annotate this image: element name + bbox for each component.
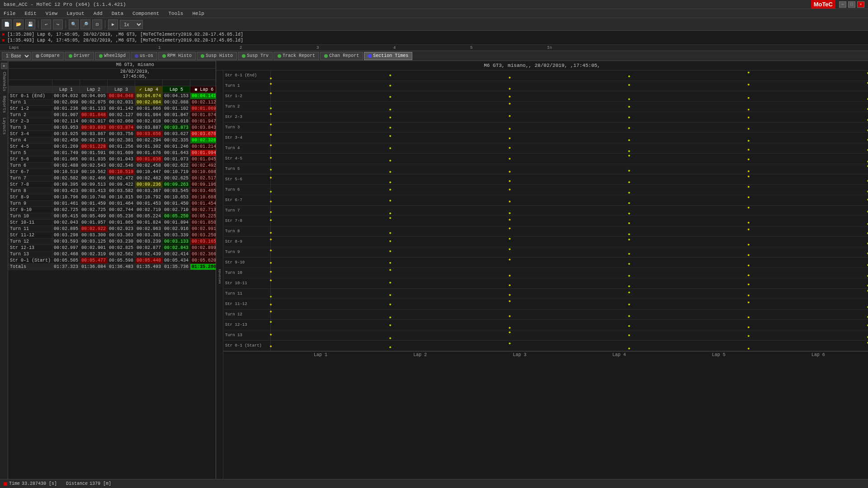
chart-section-label: Str 4-5	[223, 154, 271, 164]
svg-point-158	[509, 343, 510, 344]
time-value: 33.287430 [s]	[22, 481, 57, 486]
table-row: Str 1-200:01.23600:01.13300:01.14200:01.…	[9, 106, 217, 112]
svg-point-74	[509, 201, 510, 202]
tab-rpmhisto[interactable]: RPM Histo	[158, 52, 196, 60]
lap5-value: 00:10.719	[163, 169, 190, 175]
new-button[interactable]: 📄	[2, 19, 12, 29]
svg-point-9	[628, 84, 630, 86]
sidebar-channels-label[interactable]: Channels	[2, 72, 6, 91]
chart-section-label: Turn 8	[223, 226, 271, 236]
lap4-value: 00:02.877	[135, 245, 163, 251]
section-name: Str 6-7	[9, 169, 52, 175]
lap2-value: 00:02.075	[80, 99, 108, 106]
tab-susphistо[interactable]: Susp Histo	[197, 52, 237, 60]
chart-row: Turn 3	[223, 122, 868, 133]
lap5-value: 00:02.916	[163, 226, 190, 232]
lap6-value: 00:02.492	[190, 163, 216, 169]
section-name: Turn 2	[9, 112, 52, 118]
section-name: Turn 10	[9, 213, 52, 220]
timeline[interactable]: Laps 1 2 3 4 5 In	[0, 45, 868, 51]
svg-point-98	[509, 238, 510, 239]
tabs-bar: 1: Base Compare Driver WheelSpd us-os RP…	[0, 51, 868, 61]
lap5-value: 00:03.545	[163, 188, 190, 194]
lap6-value: 00:01.874	[190, 112, 216, 118]
sidebar-layouts-label[interactable]: Layouts	[2, 117, 6, 135]
chart-row-data	[271, 216, 868, 226]
close-button[interactable]: ✕	[857, 1, 864, 8]
chart-row-data	[271, 102, 868, 112]
svg-point-28	[748, 117, 750, 118]
table-row: Str 6-700:10.51900:10.56200:10.51900:10.…	[9, 169, 217, 175]
table-row: Turn 900:01.46100:01.45900:01.46400:01.4…	[9, 201, 217, 207]
table-row: Turn 500:01.74900:01.59100:01.60900:01.6…	[9, 150, 217, 156]
tab-usos[interactable]: us-os	[131, 52, 157, 60]
lap1-value: 00:01.236	[52, 106, 80, 112]
lap-axis-lap6: Lap 6	[811, 352, 825, 357]
svg-point-26	[509, 115, 510, 117]
tab-trackreport[interactable]: Track Report	[274, 52, 319, 60]
distance-value: 1379 [m]	[90, 481, 111, 486]
svg-point-115	[389, 269, 391, 271]
title-bar: base_ACC - MoTeC i2 Pro (x64) (1.1.4.421…	[0, 0, 868, 9]
menu-component[interactable]: Component	[131, 11, 161, 16]
open-button[interactable]: 📂	[14, 19, 24, 29]
table-row: Str 11-1200:03.29800:03.30000:03.36300:0…	[9, 232, 217, 239]
lap3-value: 00:02.825	[108, 245, 135, 251]
play-button[interactable]: ▶	[108, 19, 118, 29]
save-button[interactable]: 💾	[25, 19, 35, 29]
zoom-out-button[interactable]: 🔎	[80, 19, 90, 29]
tab-chanreport[interactable]: Chan Report	[320, 52, 363, 60]
lap4-value: 00:02.018	[135, 118, 163, 125]
chart-row-data	[271, 299, 868, 309]
svg-point-128	[509, 294, 510, 296]
minimize-button[interactable]: —	[839, 1, 846, 8]
menu-add[interactable]: Add	[92, 11, 104, 16]
menu-tools[interactable]: Tools	[166, 11, 185, 16]
tab-susptrv[interactable]: Susp Trv	[238, 52, 273, 60]
svg-point-69	[628, 192, 630, 194]
chart-section-label: Str 7-8	[223, 216, 271, 226]
timeline-label: Laps	[9, 46, 19, 50]
menu-data[interactable]: Data	[110, 11, 125, 16]
svg-point-114	[270, 271, 272, 272]
tab-compare[interactable]: Compare	[32, 52, 64, 60]
svg-point-139	[389, 317, 391, 319]
sidebar-btn1[interactable]: ⚙	[1, 63, 7, 69]
chart-row: Turn 13	[223, 330, 868, 341]
lap2-value: 00:05.499	[80, 213, 108, 220]
zoom-in-button[interactable]: 🔍	[69, 19, 79, 29]
chart-row-data	[271, 185, 868, 195]
svg-point-62	[509, 180, 510, 182]
section-name: Turn 13	[9, 251, 52, 258]
fit-button[interactable]: ⊡	[92, 19, 102, 29]
col-header-lap5: Lap 5	[163, 86, 190, 93]
section-times-table-area: M6 GT3, misano 28/02/2019, 17:45:05,	[8, 61, 216, 488]
menu-file[interactable]: File	[2, 11, 17, 16]
undo-button[interactable]: ↩	[41, 19, 51, 29]
lap4-value: 00:03.301	[135, 232, 163, 239]
svg-point-30	[270, 123, 272, 125]
chart-section-label: Turn 11	[223, 289, 271, 299]
lap6-value: 00:09.196	[190, 182, 216, 188]
menu-view[interactable]: View	[44, 11, 59, 16]
menu-edit[interactable]: Edit	[23, 11, 38, 16]
speed-dropdown[interactable]: 1x 2x 0.5x	[120, 20, 143, 29]
lap-axis: Lap 1 Lap 2 Lap 3 Lap 4 Lap 5 Lap 6	[223, 351, 868, 357]
tab-wheelspd[interactable]: WheelSpd	[95, 52, 130, 60]
maximize-button[interactable]: □	[848, 1, 855, 8]
base-selector[interactable]: 1: Base	[2, 52, 31, 60]
svg-point-141	[628, 315, 630, 317]
sidebar-reports-label[interactable]: Reports	[2, 96, 6, 113]
tab-sectiontimes[interactable]: Section Times	[364, 52, 412, 60]
tab-driver[interactable]: Driver	[65, 52, 94, 60]
section-name: Turn 4	[9, 137, 52, 144]
menu-layout[interactable]: Layout	[65, 11, 86, 16]
window-title: base_ACC - MoTeC i2 Pro (x64) (1.1.4.421…	[4, 2, 126, 7]
section-name: Str 1-2	[9, 106, 52, 112]
chart-row: Str 0-1 (Start)	[223, 341, 868, 351]
svg-point-75	[628, 202, 630, 204]
lap6-value: 00:02.112	[190, 99, 216, 106]
menu-help[interactable]: Help	[190, 11, 206, 16]
redo-button[interactable]: ↪	[53, 19, 63, 29]
svg-point-54	[270, 169, 272, 170]
